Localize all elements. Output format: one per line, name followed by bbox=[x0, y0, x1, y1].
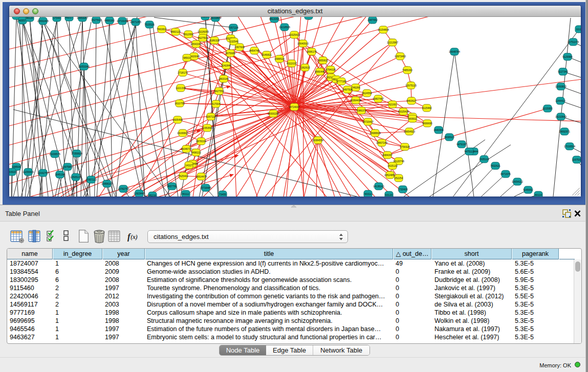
svg-text:98903: 98903 bbox=[183, 56, 190, 59]
svg-text:16046736: 16046736 bbox=[181, 147, 192, 150]
svg-text:9146821: 9146821 bbox=[262, 53, 272, 56]
svg-text:7832621: 7832621 bbox=[490, 164, 500, 167]
svg-text:16914479: 16914479 bbox=[195, 175, 207, 178]
svg-text:9475113: 9475113 bbox=[464, 150, 474, 153]
svg-text:10654112: 10654112 bbox=[512, 180, 523, 183]
svg-text:132546: 132546 bbox=[230, 40, 238, 43]
svg-text:8990446: 8990446 bbox=[315, 70, 325, 73]
svg-text:2087652: 2087652 bbox=[367, 18, 378, 21]
svg-text:133919: 133919 bbox=[9, 170, 16, 173]
svg-text:6497508: 6497508 bbox=[342, 88, 353, 91]
svg-text:938506: 938506 bbox=[12, 165, 21, 168]
svg-text:2367608: 2367608 bbox=[234, 46, 245, 49]
svg-text:2935114: 2935114 bbox=[479, 158, 489, 161]
svg-text:9777169: 9777169 bbox=[336, 80, 346, 83]
svg-text:3675685: 3675685 bbox=[225, 52, 235, 55]
svg-text:617004: 617004 bbox=[212, 102, 221, 105]
svg-text:8215955: 8215955 bbox=[542, 107, 553, 110]
svg-text:62160: 62160 bbox=[389, 103, 396, 106]
svg-text:10958107: 10958107 bbox=[101, 182, 113, 185]
svg-text:16782759: 16782759 bbox=[118, 187, 129, 190]
svg-text:12975115: 12975115 bbox=[405, 84, 417, 87]
svg-text:16033809: 16033809 bbox=[210, 17, 221, 19]
svg-text:18724007: 18724007 bbox=[289, 105, 300, 108]
svg-text:12505135: 12505135 bbox=[70, 176, 81, 179]
svg-text:1221338: 1221338 bbox=[176, 86, 186, 90]
svg-text:19166827: 19166827 bbox=[177, 132, 188, 135]
svg-text:746266: 746266 bbox=[352, 86, 360, 89]
svg-text:7386372: 7386372 bbox=[356, 109, 366, 112]
svg-text:16210643: 16210643 bbox=[555, 115, 567, 118]
svg-text:20053346: 20053346 bbox=[78, 65, 90, 68]
svg-text:20364436: 20364436 bbox=[350, 99, 361, 102]
svg-text:1645194: 1645194 bbox=[55, 173, 65, 176]
svg-text:1640954: 1640954 bbox=[433, 128, 444, 132]
svg-text:1527602: 1527602 bbox=[91, 18, 101, 21]
svg-text:14136141: 14136141 bbox=[373, 185, 384, 188]
svg-text:19384554: 19384554 bbox=[312, 139, 323, 142]
svg-text:6479197: 6479197 bbox=[456, 143, 467, 146]
svg-text:252254: 252254 bbox=[395, 177, 403, 180]
svg-text:10653267: 10653267 bbox=[77, 17, 88, 19]
svg-text:1244413: 1244413 bbox=[555, 99, 565, 102]
svg-text:1610755: 1610755 bbox=[175, 102, 185, 105]
svg-text:9699695: 9699695 bbox=[422, 122, 432, 125]
svg-text:1588520: 1588520 bbox=[274, 57, 285, 60]
svg-text:8322037: 8322037 bbox=[287, 62, 297, 65]
svg-text:10807467: 10807467 bbox=[373, 97, 384, 100]
svg-text:78321: 78321 bbox=[305, 17, 312, 17]
svg-text:19692971: 19692971 bbox=[559, 130, 570, 133]
svg-text:17343: 17343 bbox=[53, 17, 60, 19]
svg-text:9227343: 9227343 bbox=[558, 70, 568, 73]
svg-text:12042757: 12042757 bbox=[37, 171, 49, 174]
svg-text:9660123: 9660123 bbox=[170, 30, 181, 33]
svg-text:20691406: 20691406 bbox=[37, 19, 49, 23]
svg-text:10719155: 10719155 bbox=[117, 19, 128, 23]
svg-text:12093822: 12093822 bbox=[555, 85, 567, 88]
svg-text:(x): (x) bbox=[130, 233, 138, 240]
svg-text:10973493: 10973493 bbox=[395, 55, 406, 58]
svg-text:16154808: 16154808 bbox=[378, 28, 389, 31]
svg-text:2718170: 2718170 bbox=[178, 71, 188, 74]
svg-text:13226055: 13226055 bbox=[198, 30, 209, 33]
svg-text:11923448: 11923448 bbox=[134, 192, 145, 195]
svg-text:1605499: 1605499 bbox=[172, 118, 183, 121]
svg-text:8912954: 8912954 bbox=[183, 33, 193, 36]
svg-text:8878334: 8878334 bbox=[196, 140, 206, 143]
svg-text:80114: 80114 bbox=[535, 193, 542, 196]
svg-text:6794028: 6794028 bbox=[325, 68, 336, 71]
svg-text:9627503: 9627503 bbox=[198, 36, 208, 39]
svg-text:9242848: 9242848 bbox=[221, 64, 231, 67]
svg-text:1167533: 1167533 bbox=[572, 158, 581, 161]
svg-text:18807249: 18807249 bbox=[376, 141, 387, 144]
svg-text:8938923: 8938923 bbox=[444, 136, 454, 139]
svg-text:11123: 11123 bbox=[576, 28, 581, 31]
svg-text:9463627: 9463627 bbox=[406, 99, 417, 102]
svg-text:89217: 89217 bbox=[66, 17, 73, 19]
svg-text:9084067: 9084067 bbox=[382, 154, 393, 157]
svg-text:9245652: 9245652 bbox=[523, 188, 533, 191]
svg-text:7515526: 7515526 bbox=[144, 23, 155, 26]
svg-text:1733426: 1733426 bbox=[398, 188, 408, 191]
svg-text:10025436: 10025436 bbox=[398, 110, 409, 113]
svg-text:3267110: 3267110 bbox=[206, 115, 215, 118]
svg-text:80112: 80112 bbox=[182, 192, 189, 195]
svg-text:11156829: 11156829 bbox=[23, 170, 34, 173]
svg-text:20206576: 20206576 bbox=[49, 152, 60, 156]
svg-text:3624554: 3624554 bbox=[362, 92, 372, 95]
svg-text:9115460: 9115460 bbox=[422, 106, 431, 110]
svg-text:19654923: 19654923 bbox=[404, 130, 415, 133]
svg-text:969911: 969911 bbox=[408, 117, 417, 120]
svg-text:15716485: 15716485 bbox=[200, 186, 211, 189]
svg-text:7357224: 7357224 bbox=[228, 26, 238, 29]
svg-text:1615132: 1615132 bbox=[387, 164, 398, 167]
svg-text:7625402: 7625402 bbox=[178, 174, 188, 178]
svg-text:96120: 96120 bbox=[26, 17, 33, 19]
svg-text:20455: 20455 bbox=[13, 17, 20, 17]
svg-text:8813054: 8813054 bbox=[269, 17, 279, 20]
svg-text:1696176: 1696176 bbox=[307, 50, 317, 53]
svg-text:18300295: 18300295 bbox=[268, 112, 279, 115]
svg-text:10688609: 10688609 bbox=[369, 132, 381, 135]
svg-text:95216: 95216 bbox=[149, 194, 156, 196]
svg-text:8471676: 8471676 bbox=[500, 172, 511, 176]
